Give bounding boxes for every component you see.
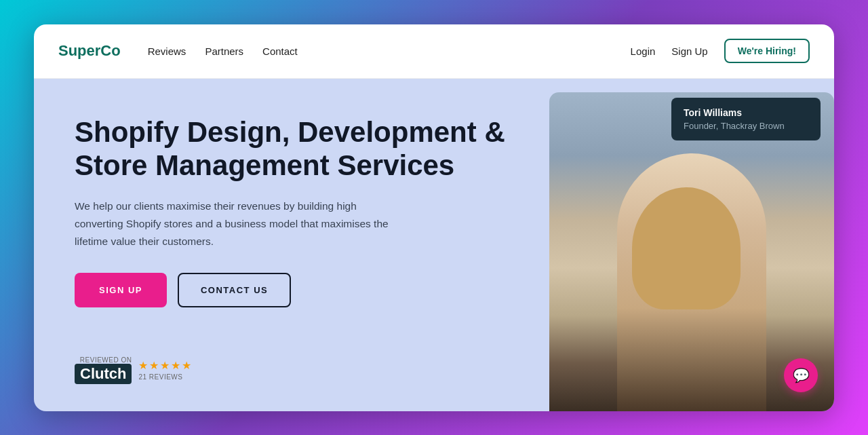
testimonial-name: Tori Williams [684,107,808,118]
hero-subtitle: We help our clients maximise their reven… [75,197,400,251]
clutch-rating: ★ ★ ★ ★ ★ 21 REVIEWS [138,359,191,381]
hero-content: Shopify Design, Development & Store Mana… [34,79,549,411]
star-4: ★ [171,359,180,372]
page-wrapper: SuperCo Reviews Partners Contact Login S… [34,24,834,411]
star-rating: ★ ★ ★ ★ ★ [138,359,191,372]
contact-button[interactable]: CONTACT US [178,273,291,307]
login-link[interactable]: Login [631,45,656,57]
hero-section: Shopify Design, Development & Store Mana… [34,79,834,411]
chat-icon: 💬 [793,367,810,383]
brand-logo[interactable]: SuperCo [58,42,121,60]
clutch-logo: Clutch [75,364,132,384]
nav-item-contact[interactable]: Contact [262,45,298,57]
hero-buttons: SIGN UP CONTACT US [75,273,522,307]
signup-link[interactable]: Sign Up [671,45,707,57]
navbar-actions: Login Sign Up We're Hiring! [631,39,810,63]
reviews-count: 21 REVIEWS [138,373,191,381]
testimonial-badge: Tori Williams Founder, Thackray Brown [671,98,821,140]
nav-item-partners[interactable]: Partners [205,45,243,57]
star-1: ★ [138,359,148,372]
nav-links: Reviews Partners Contact [148,45,631,57]
reviewed-on-label: REVIEWED ON [80,356,132,364]
star-5-half: ★ [182,359,191,372]
star-2: ★ [149,359,159,372]
navbar: SuperCo Reviews Partners Contact Login S… [34,24,834,79]
hero-title: Shopify Design, Development & Store Mana… [75,115,522,183]
testimonial-role: Founder, Thackray Brown [684,121,808,131]
star-3: ★ [160,359,170,372]
chat-button[interactable]: 💬 [784,358,818,392]
clutch-badge: REVIEWED ON Clutch ★ ★ ★ ★ ★ 21 REVIEWS [75,356,522,384]
hiring-button[interactable]: We're Hiring! [724,39,810,63]
clutch-text-reviewed: REVIEWED ON Clutch [75,356,132,384]
signup-button[interactable]: SIGN UP [75,273,167,307]
nav-item-reviews[interactable]: Reviews [148,45,186,57]
